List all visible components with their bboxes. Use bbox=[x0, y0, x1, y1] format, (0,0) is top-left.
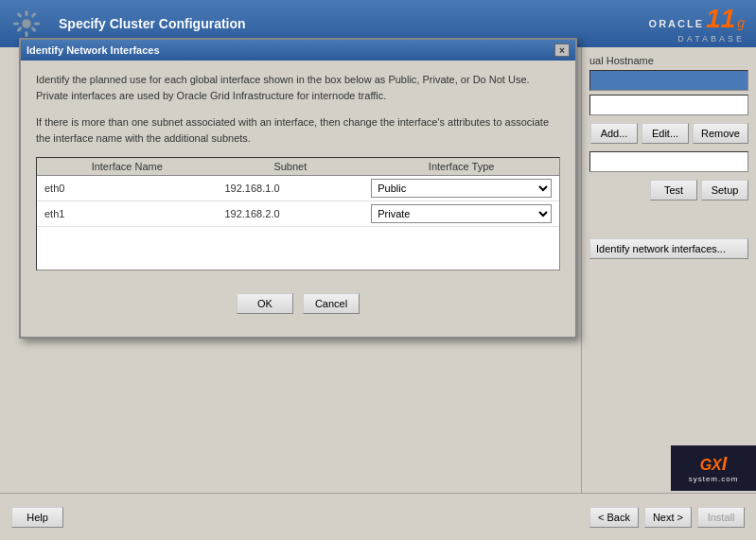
modal-description-2: If there is more than one subnet associa… bbox=[36, 114, 560, 146]
watermark: GX I system.com bbox=[671, 445, 756, 491]
interface-type-eth1[interactable]: Public Private Do Not Use bbox=[363, 201, 559, 227]
modal-footer: OK Cancel bbox=[36, 286, 560, 325]
interface-type-select-eth0[interactable]: Public Private Do Not Use bbox=[371, 179, 552, 198]
modal-close-button[interactable]: × bbox=[554, 44, 570, 57]
interface-type-select-eth1[interactable]: Public Private Do Not Use bbox=[371, 204, 552, 223]
col-header-subnet: Subnet bbox=[217, 158, 363, 176]
subnet-eth0: 192.168.1.0 bbox=[217, 176, 363, 201]
modal-description-1: Identify the planned use for each global… bbox=[36, 72, 560, 103]
watermark-system: system.com bbox=[689, 475, 739, 483]
interface-type-eth0[interactable]: Public Private Do Not Use bbox=[363, 176, 559, 201]
modal-titlebar: Identify Network Interfaces × bbox=[21, 40, 575, 61]
network-table: Interface Name Subnet Interface Type eth… bbox=[37, 158, 559, 227]
cancel-button[interactable]: Cancel bbox=[303, 293, 360, 314]
interface-name-eth1: eth1 bbox=[37, 201, 217, 227]
table-row: eth0 192.168.1.0 Public Private Do Not U… bbox=[37, 176, 559, 201]
subnet-eth1: 192.168.2.0 bbox=[217, 201, 363, 227]
main-window: Specify Cluster Configuration ORACLE 11g… bbox=[0, 0, 756, 540]
table-row: eth1 192.168.2.0 Public Private Do Not U… bbox=[37, 201, 559, 227]
modal-overlay: Identify Network Interfaces × Identify t… bbox=[0, 0, 756, 540]
col-header-interface-name: Interface Name bbox=[37, 158, 217, 176]
interface-name-eth0: eth0 bbox=[37, 176, 217, 201]
col-header-interface-type: Interface Type bbox=[363, 158, 559, 176]
ok-button[interactable]: OK bbox=[237, 293, 293, 314]
network-table-container: Interface Name Subnet Interface Type eth… bbox=[36, 157, 560, 270]
modal-title: Identify Network Interfaces bbox=[26, 44, 160, 56]
modal-body: Identify the planned use for each global… bbox=[21, 61, 575, 337]
watermark-i: I bbox=[722, 453, 728, 475]
watermark-gxi: GX bbox=[700, 458, 722, 473]
modal-dialog: Identify Network Interfaces × Identify t… bbox=[19, 38, 577, 339]
